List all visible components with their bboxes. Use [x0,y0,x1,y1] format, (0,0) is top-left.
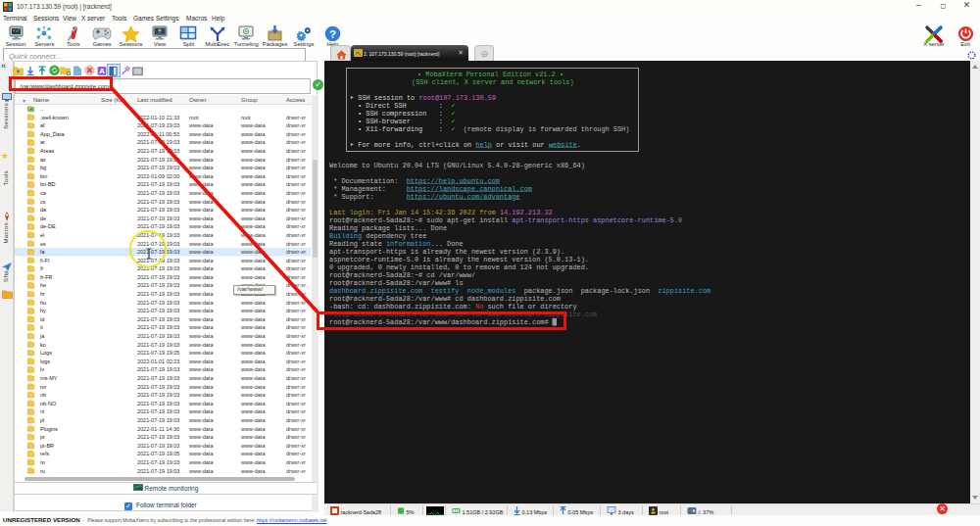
svg-text:A: A [99,67,105,75]
svg-text:?: ? [329,28,336,40]
